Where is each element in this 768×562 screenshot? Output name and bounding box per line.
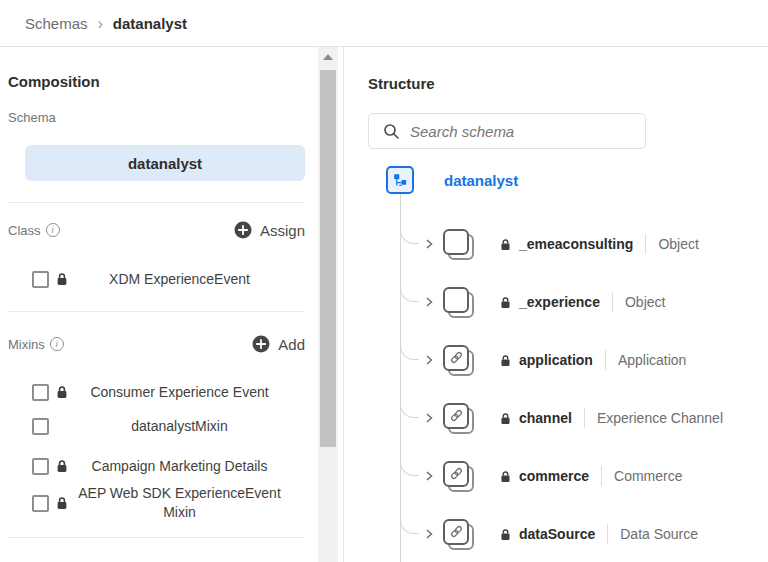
lock-icon bbox=[56, 272, 68, 286]
tree-branch-connector bbox=[400, 457, 419, 476]
link-field-group-icon[interactable] bbox=[443, 461, 474, 492]
tree-branch-connector bbox=[400, 283, 419, 302]
chevron-right-icon[interactable] bbox=[424, 412, 436, 424]
add-circle-icon bbox=[252, 335, 270, 353]
scrollbar-up-arrow-icon[interactable] bbox=[318, 47, 338, 67]
left-panel-scrollbar[interactable] bbox=[318, 47, 338, 562]
schema-tree: _emeaconsulting Object _experience Objec… bbox=[344, 215, 768, 562]
info-icon[interactable]: i bbox=[50, 337, 64, 351]
mixin-checkbox[interactable] bbox=[32, 495, 49, 512]
info-icon[interactable]: i bbox=[46, 223, 60, 237]
chevron-right-icon[interactable] bbox=[424, 470, 436, 482]
schema-root-name[interactable]: datanalyst bbox=[444, 172, 518, 189]
link-field-group-icon[interactable] bbox=[443, 345, 474, 376]
mixin-item-name: Campaign Marketing Details bbox=[68, 457, 305, 476]
name-type-divider bbox=[645, 234, 646, 254]
link-glyph-icon bbox=[449, 466, 464, 481]
mixin-checkbox[interactable] bbox=[32, 458, 49, 475]
chevron-right-icon[interactable] bbox=[424, 296, 436, 308]
schema-tree-icon[interactable] bbox=[386, 166, 414, 194]
tree-branch-connector bbox=[400, 225, 419, 244]
node-name[interactable]: commerce bbox=[519, 468, 589, 484]
structure-panel: Structure datanalyst bbox=[344, 47, 768, 562]
name-type-divider bbox=[605, 350, 606, 370]
link-field-group-icon[interactable] bbox=[443, 403, 474, 434]
mixin-item-name: AEP Web SDK ExperienceEvent Mixin bbox=[68, 484, 305, 522]
link-glyph-icon bbox=[449, 350, 464, 365]
link-glyph-icon bbox=[449, 524, 464, 539]
tree-node-row: commerce Commerce bbox=[344, 447, 768, 505]
tree-node-row: _emeaconsulting Object bbox=[344, 215, 768, 273]
class-section-header: Class i Assign bbox=[8, 218, 305, 242]
structure-title: Structure bbox=[368, 75, 435, 92]
schema-label: Schema bbox=[8, 110, 305, 125]
object-icon[interactable] bbox=[443, 287, 474, 318]
lock-icon bbox=[56, 385, 68, 399]
mixins-label-text: Mixins bbox=[8, 337, 45, 352]
add-mixin-button[interactable]: Add bbox=[252, 335, 305, 353]
tree-node-row: application Application bbox=[344, 331, 768, 389]
schema-label-text: Schema bbox=[8, 110, 56, 125]
composition-panel: Composition Schema datanalyst Class i As… bbox=[0, 47, 318, 562]
assign-class-button[interactable]: Assign bbox=[234, 221, 305, 239]
lock-icon bbox=[56, 496, 68, 510]
class-checkbox[interactable] bbox=[32, 271, 49, 288]
name-type-divider bbox=[612, 292, 613, 312]
breadcrumb-schemas-link[interactable]: Schemas bbox=[25, 15, 88, 32]
node-type: Application bbox=[618, 352, 687, 368]
lock-icon bbox=[56, 459, 68, 473]
node-type: Object bbox=[625, 294, 665, 310]
mixin-item-row: AEP Web SDK ExperienceEvent Mixin bbox=[32, 484, 305, 522]
node-name[interactable]: _experience bbox=[519, 294, 600, 310]
schema-name-pill[interactable]: datanalyst bbox=[25, 145, 305, 181]
class-label-text: Class bbox=[8, 223, 41, 238]
card-front bbox=[443, 461, 469, 487]
node-type: Commerce bbox=[614, 468, 682, 484]
node-name[interactable]: application bbox=[519, 352, 593, 368]
link-field-group-icon[interactable] bbox=[443, 519, 474, 550]
breadcrumb: Schemas › datanalyst bbox=[0, 0, 768, 47]
mixin-item-row: Consumer Experience Event bbox=[32, 381, 305, 403]
node-name[interactable]: dataSource bbox=[519, 526, 595, 542]
assign-button-label: Assign bbox=[260, 222, 305, 239]
add-circle-icon bbox=[234, 221, 252, 239]
chevron-right-icon[interactable] bbox=[424, 238, 436, 250]
divider bbox=[8, 311, 305, 312]
add-button-label: Add bbox=[278, 336, 305, 353]
card-front bbox=[443, 403, 469, 429]
schema-editor-window: Schemas › datanalyst Composition Schema … bbox=[0, 0, 768, 562]
link-glyph-icon bbox=[449, 408, 464, 423]
node-name[interactable]: _emeaconsulting bbox=[519, 236, 633, 252]
class-item-name: XDM ExperienceEvent bbox=[68, 270, 305, 289]
card-front bbox=[443, 229, 469, 255]
lock-icon bbox=[500, 354, 511, 367]
name-type-divider bbox=[601, 466, 602, 486]
search-input[interactable] bbox=[410, 123, 635, 140]
mixin-item-name: Consumer Experience Event bbox=[68, 383, 305, 402]
tree-node-row: channel Experience Channel bbox=[344, 389, 768, 447]
composition-title: Composition bbox=[8, 73, 305, 90]
chevron-right-icon[interactable] bbox=[424, 354, 436, 366]
lock-icon bbox=[500, 296, 511, 309]
chevron-right-icon[interactable] bbox=[424, 528, 436, 540]
name-type-divider bbox=[584, 408, 585, 428]
mixin-item-name: datanalystMixin bbox=[68, 417, 305, 436]
scrollbar-thumb[interactable] bbox=[320, 70, 336, 447]
class-label: Class i bbox=[8, 223, 60, 238]
breadcrumb-current-page: datanalyst bbox=[113, 15, 187, 32]
node-name[interactable]: channel bbox=[519, 410, 572, 426]
object-icon[interactable] bbox=[443, 229, 474, 260]
card-front bbox=[443, 519, 469, 545]
tree-node-row: _experience Object bbox=[344, 273, 768, 331]
mixin-item-row: datanalystMixin bbox=[32, 415, 305, 437]
divider bbox=[8, 202, 305, 203]
node-type: Experience Channel bbox=[597, 410, 723, 426]
lock-icon bbox=[500, 238, 511, 251]
mixin-checkbox[interactable] bbox=[32, 384, 49, 401]
class-item-row: XDM ExperienceEvent bbox=[32, 268, 305, 290]
lock-icon bbox=[500, 528, 511, 541]
card-front bbox=[443, 345, 469, 371]
mixin-checkbox[interactable] bbox=[32, 418, 49, 435]
tree-node-row: dataSource Data Source bbox=[344, 505, 768, 562]
schema-search[interactable] bbox=[368, 113, 646, 149]
